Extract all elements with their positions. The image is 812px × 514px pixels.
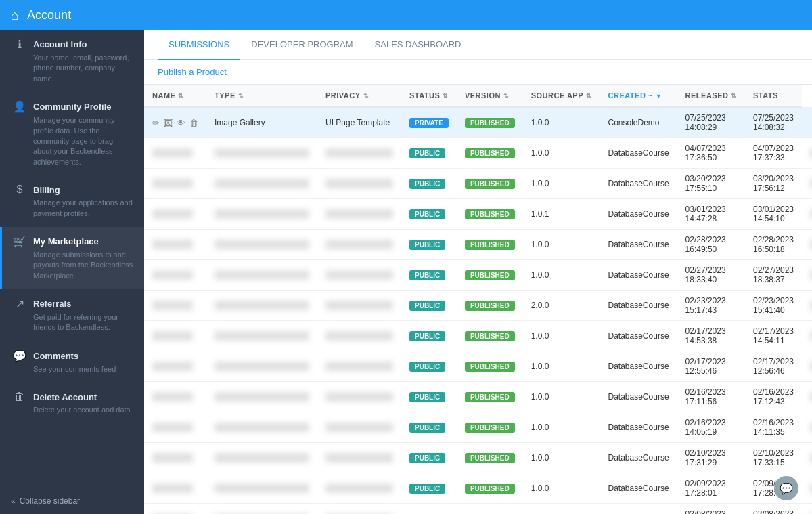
- row-actions: [144, 291, 206, 321]
- chat-button[interactable]: 💬: [774, 476, 798, 500]
- row-type: [317, 473, 401, 504]
- column-header-name[interactable]: NAME⇅: [144, 85, 206, 107]
- row-version: 1.0.0: [523, 412, 600, 443]
- column-header-version[interactable]: VERSION⇅: [457, 85, 523, 107]
- row-actions: [144, 412, 206, 443]
- sidebar-item-title-referrals: Referrals: [33, 299, 71, 309]
- row-stats: [802, 230, 812, 260]
- row-source-app: DatabaseCourse: [600, 412, 677, 443]
- row-privacy: PUBLIC: [401, 169, 457, 199]
- row-source-app: DatabaseCourse: [600, 138, 677, 169]
- row-privacy: PUBLIC: [401, 230, 457, 260]
- sidebar-item-billing[interactable]: $ Billing Manage your applications and p…: [0, 175, 144, 227]
- view-icon[interactable]: 👁: [177, 118, 185, 128]
- row-version: 1.0.0: [523, 351, 600, 382]
- submissions-table-container: NAME⇅TYPE⇅PRIVACY⇅STATUS⇅VERSION⇅SOURCE …: [144, 85, 812, 514]
- image-icon[interactable]: 🖼: [164, 118, 173, 128]
- delete-account-icon: 🗑: [13, 391, 26, 403]
- table-row: PUBLICPUBLISHED1.0.0DatabaseCourse03/20/…: [144, 169, 812, 199]
- delete-icon[interactable]: 🗑: [189, 118, 198, 128]
- row-actions: [144, 473, 206, 504]
- row-version: 1.0.0: [523, 504, 600, 515]
- row-stats: [802, 107, 812, 138]
- row-privacy: PUBLIC: [401, 138, 457, 169]
- column-header-type[interactable]: TYPE⇅: [206, 85, 317, 107]
- table-row: PUBLICPUBLISHED1.0.0DatabaseCourse02/16/…: [144, 412, 812, 443]
- row-created: 02/27/2023 18:33:40: [677, 260, 745, 291]
- community-profile-icon: 👤: [13, 100, 26, 113]
- status-badge: PUBLISHED: [465, 331, 515, 341]
- privacy-badge: PUBLIC: [409, 423, 445, 433]
- status-badge: PUBLISHED: [465, 270, 515, 280]
- row-released: 04/07/2023 17:37:33: [745, 138, 802, 169]
- column-header-source-app[interactable]: SOURCE APP⇅: [523, 85, 600, 107]
- column-header-privacy[interactable]: PRIVACY⇅: [317, 85, 401, 107]
- sidebar-item-delete-account[interactable]: 🗑 Delete Account Delete your account and…: [0, 383, 144, 423]
- row-type: [317, 169, 401, 199]
- row-created: 02/16/2023 17:11:56: [677, 382, 745, 412]
- row-version: 1.0.0: [523, 382, 600, 412]
- row-name: [206, 443, 317, 473]
- collapse-sidebar-button[interactable]: «Collapse sidebar: [0, 488, 144, 514]
- tab-developer-program[interactable]: DEVELOPER PROGRAM: [240, 30, 363, 60]
- sidebar: ℹ Account Info Your name, email, passwor…: [0, 30, 144, 514]
- row-privacy: PUBLIC: [401, 412, 457, 443]
- row-source-app: DatabaseCourse: [600, 504, 677, 515]
- publish-product-button[interactable]: Publish a Product: [158, 67, 227, 77]
- row-name: [206, 291, 317, 321]
- sidebar-item-desc-my-marketplace: Manage submissions to and payouts from t…: [13, 250, 133, 281]
- row-type: UI Page Template: [317, 107, 401, 138]
- row-type: [317, 291, 401, 321]
- row-privacy: PRIVATE: [401, 107, 457, 138]
- sidebar-item-my-marketplace[interactable]: 🛒 My Marketplace Manage submissions to a…: [0, 227, 144, 289]
- row-actions: [144, 321, 206, 351]
- edit-icon[interactable]: ✏: [152, 118, 160, 128]
- row-created: 02/17/2023 14:53:38: [677, 321, 745, 351]
- table-row: ✏ 🖼 👁 🗑 Image GalleryUI Page TemplatePRI…: [144, 107, 812, 138]
- sidebar-item-community-profile[interactable]: 👤 Community Profile Manage your communit…: [0, 92, 144, 175]
- billing-icon: $: [13, 184, 26, 196]
- sidebar-item-referrals[interactable]: ↗ Referrals Get paid for referring your …: [0, 289, 144, 341]
- status-badge: PUBLISHED: [465, 240, 515, 250]
- row-source-app: DatabaseCourse: [600, 291, 677, 321]
- column-header-status[interactable]: STATUS⇅: [401, 85, 457, 107]
- column-header-created[interactable]: CREATED ~▼: [600, 85, 677, 107]
- released-sort-icon: ⇅: [731, 93, 737, 100]
- status-badge: PUBLISHED: [465, 423, 515, 433]
- table-row: PUBLICPUBLISHED1.0.0DatabaseCourse02/27/…: [144, 260, 812, 291]
- row-actions: [144, 199, 206, 230]
- column-header-released[interactable]: RELEASED⇅: [677, 85, 745, 107]
- row-source-app: DatabaseCourse: [600, 351, 677, 382]
- sidebar-item-comments[interactable]: 💬 Comments See your comments feed: [0, 341, 144, 383]
- row-version: 1.0.0: [523, 169, 600, 199]
- tab-sales-dashboard[interactable]: SALES DASHBOARD: [364, 30, 472, 60]
- table-row: PUBLICPUBLISHED1.0.0DatabaseCourse02/17/…: [144, 321, 812, 351]
- row-version: 1.0.0: [523, 473, 600, 504]
- tabs: SUBMISSIONSDEVELOPER PROGRAMSALES DASHBO…: [144, 30, 812, 60]
- account-info-icon: ℹ: [13, 38, 26, 51]
- row-privacy: PUBLIC: [401, 260, 457, 291]
- row-stats: [802, 321, 812, 351]
- my-marketplace-icon: 🛒: [13, 235, 26, 248]
- page-title: Account: [27, 8, 71, 22]
- row-status: PUBLISHED: [457, 473, 523, 504]
- privacy-badge: PUBLIC: [409, 362, 445, 372]
- tab-submissions[interactable]: SUBMISSIONS: [158, 30, 240, 60]
- row-created: 02/17/2023 12:55:46: [677, 351, 745, 382]
- row-status: PUBLISHED: [457, 230, 523, 260]
- home-icon[interactable]: ⌂: [11, 7, 19, 23]
- row-source-app: ConsoleDemo: [600, 107, 677, 138]
- row-stats: [802, 382, 812, 412]
- row-released: 03/01/2023 14:54:10: [745, 199, 802, 230]
- sidebar-item-account-info[interactable]: ℹ Account Info Your name, email, passwor…: [0, 30, 144, 92]
- sidebar-item-desc-delete-account: Delete your account and data: [13, 405, 133, 415]
- table-row: PUBLICPUBLISHED1.0.0DatabaseCourse02/08/…: [144, 504, 812, 515]
- privacy-badge: PUBLIC: [409, 331, 445, 341]
- row-stats: [802, 169, 812, 199]
- row-created: 02/16/2023 14:05:19: [677, 412, 745, 443]
- row-source-app: DatabaseCourse: [600, 260, 677, 291]
- row-source-app: DatabaseCourse: [600, 321, 677, 351]
- row-type: [317, 321, 401, 351]
- row-version: 1.0.1: [523, 199, 600, 230]
- row-name: [206, 199, 317, 230]
